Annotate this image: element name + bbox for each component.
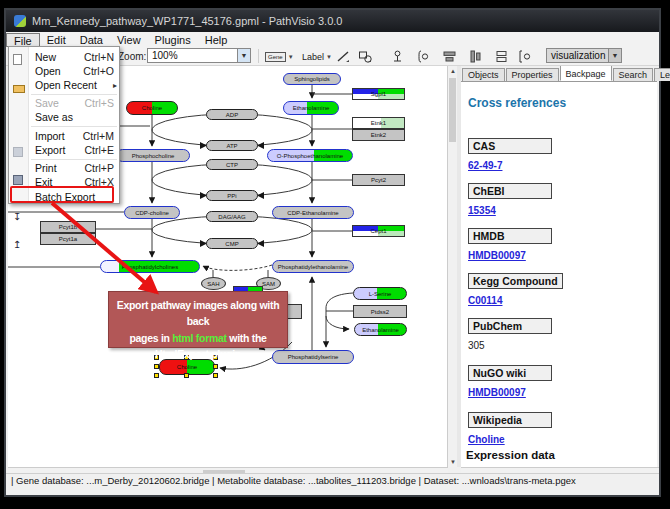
selection-handle[interactable] (154, 364, 159, 369)
menu-edit[interactable]: Edit (40, 33, 73, 47)
title-bar[interactable]: Mm_Kennedy_pathway_WP1771_45176.gpml - P… (6, 10, 659, 32)
xref-link[interactable]: HMDB00097 (468, 387, 648, 398)
section-header: PubChem (468, 318, 552, 334)
side-panel-tabs: Objects Properties Backpage Search Legen… (461, 66, 657, 82)
pathway-node-ctp[interactable]: CTP (206, 159, 258, 170)
tab-properties[interactable]: Properties (506, 68, 559, 81)
backpage-section-wikipedia: Wikipedia Choline (468, 410, 648, 445)
file-menu-popup: NewCtrl+N OpenCtrl+O Open Recent ▸ SaveC… (8, 46, 120, 204)
menu-bar: File Edit Data View Plugins Help (6, 32, 659, 47)
gene-node-pcyt1a[interactable]: Pcyt1a (40, 233, 96, 245)
chevron-down-icon[interactable]: ▼ (608, 49, 621, 62)
scroll-thumb[interactable] (449, 78, 456, 142)
gene-tool-button[interactable]: Gene▼ (265, 49, 294, 64)
menu-item-new[interactable]: NewCtrl+N (9, 50, 121, 64)
backpage-section-cas: CAS 62-49-7 (468, 136, 648, 171)
annotation-callout: Export pathway images along with back pa… (108, 291, 288, 348)
shape-tool-icon[interactable] (358, 49, 373, 64)
submenu-arrow-icon: ▸ (113, 81, 117, 90)
menu-help[interactable]: Help (198, 33, 235, 47)
menu-item-open[interactable]: OpenCtrl+O (9, 64, 121, 78)
section-header: Kegg Compound (468, 273, 563, 289)
xref-link[interactable]: 62-49-7 (468, 160, 648, 171)
annotation-highlight-box (10, 186, 114, 203)
chevron-down-icon[interactable]: ▼ (237, 49, 250, 62)
tab-objects[interactable]: Objects (462, 68, 505, 81)
line-tool-icon[interactable] (336, 49, 351, 64)
pathway-node-sphingolipids[interactable]: Sphingolipids (283, 73, 341, 85)
scroll-up-icon[interactable]: ▲ (450, 68, 456, 74)
tab-legend[interactable]: Legend (654, 68, 670, 81)
backpage-section-pubchem: PubChem 305 (468, 316, 648, 351)
visualization-combobox[interactable]: visualization ▼ (546, 48, 622, 63)
expression-data-heading: Expression data (466, 449, 555, 461)
menu-item-open-recent[interactable]: Open Recent ▸ (9, 78, 121, 92)
scroll-down-icon[interactable]: ▼ (450, 459, 456, 465)
gene-node-cept1[interactable]: Cept1 (352, 225, 405, 237)
xref-link[interactable]: 15354 (468, 205, 648, 216)
cross-references-heading: Cross references (468, 96, 566, 110)
section-header: HMDB (468, 228, 552, 244)
import-icon: ↧ (13, 212, 25, 223)
menu-plugins[interactable]: Plugins (148, 33, 198, 47)
selection-handle[interactable] (154, 373, 159, 378)
tab-backpage[interactable]: Backpage (560, 65, 612, 81)
pathway-node-l-serine[interactable]: L-Serine (353, 287, 407, 300)
menu-data[interactable]: Data (73, 33, 110, 47)
backpage-section-kegg: Kegg Compound C00114 (468, 271, 648, 306)
zoom-combobox[interactable]: 100% ▼ (147, 48, 251, 63)
selection-handle[interactable] (184, 373, 189, 378)
pathway-node-cmp[interactable]: CMP (206, 238, 258, 249)
pathway-node-ethanolamine-top[interactable]: Ethanolamine (283, 101, 339, 115)
chevron-down-icon[interactable]: ▼ (326, 54, 332, 60)
stack-tool-icon[interactable] (494, 49, 509, 64)
anchor-tool-icon[interactable] (390, 49, 405, 64)
pathway-node-ethanolamine-bottom[interactable]: Ethanolamine (354, 323, 407, 336)
backpage-section-hmdb: HMDB HMDB00097 (468, 226, 648, 261)
app-icon (14, 15, 26, 27)
gene-node-sgpl1[interactable]: Sgpl1 (352, 88, 405, 100)
backpage-section-nugo: NuGO wiki HMDB00097 (468, 363, 648, 398)
pathway-node-o-phosphoethanolamine[interactable]: O-Phosphoethanolamine (267, 149, 353, 162)
group-tool-icon[interactable] (416, 49, 431, 64)
selection-handle[interactable] (213, 364, 218, 369)
xref-link[interactable]: HMDB00097 (468, 250, 648, 261)
pathway-node-cdp-choline[interactable]: CDP-choline (124, 206, 180, 219)
pathway-node-atp[interactable]: ATP (206, 140, 258, 151)
pathway-node-ppi[interactable]: PPi (206, 190, 258, 201)
tab-search[interactable]: Search (613, 68, 654, 81)
label-tool-button[interactable]: Label▼ (302, 49, 332, 64)
xref-link[interactable]: Choline (468, 434, 648, 445)
status-text: | Gene database: ...m_Derby_20120602.bri… (11, 475, 576, 486)
gene-node-pcyt1b[interactable]: Pcyt1b (40, 221, 96, 233)
canvas-vertical-scrollbar[interactable]: ▲ ▼ (447, 66, 457, 467)
bracket-tool-icon[interactable] (518, 49, 533, 64)
align-horizontal-icon[interactable] (442, 49, 457, 64)
pathway-node-cdp-ethanolamine[interactable]: CDP-Ethanolamine (272, 206, 354, 219)
pathway-node-adp[interactable]: ADP (206, 109, 258, 120)
selection-handle[interactable] (213, 373, 218, 378)
pathway-node-choline-top[interactable]: Choline (126, 101, 178, 115)
align-vertical-icon[interactable] (468, 49, 483, 64)
chevron-down-icon[interactable]: ▼ (288, 54, 294, 60)
xref-link[interactable]: C00114 (468, 295, 648, 306)
gene-node-etnk1[interactable]: Etnk1 (352, 117, 405, 129)
pathway-node-sah[interactable]: SAH (201, 277, 226, 290)
menu-item-save[interactable]: SaveCtrl+S (9, 96, 121, 110)
menu-view[interactable]: View (110, 33, 148, 47)
gene-node-ptdss2[interactable]: Ptdss2 (353, 305, 407, 318)
pathway-node-phosphatidylethanolamine[interactable]: Phosphatidylethanolamine (272, 260, 354, 273)
pathway-node-phosphocholine[interactable]: Phosphocholine (116, 149, 190, 162)
gene-node-pcyt2[interactable]: Pcyt2 (352, 174, 405, 186)
gene-node-etnk2[interactable]: Etnk2 (352, 129, 405, 141)
menu-item-export[interactable]: ↥ ExportCtrl+E (9, 143, 121, 157)
menu-item-import[interactable]: ↧ ImportCtrl+M (9, 129, 121, 143)
pathway-node-dag-aag[interactable]: DAG/AAG (206, 211, 258, 222)
zoom-label: Zoom: (118, 51, 146, 62)
section-header: NuGO wiki (468, 365, 552, 381)
menu-file[interactable]: File (6, 33, 40, 47)
pathway-node-phosphatidylcholines[interactable]: Phosphatidylcholines (100, 260, 200, 273)
menu-item-print[interactable]: PrintCtrl+P (9, 161, 121, 175)
menu-item-save-as[interactable]: Save as (9, 110, 121, 124)
pathway-node-phosphatidylserine[interactable]: Phosphatidylserine (272, 350, 354, 364)
